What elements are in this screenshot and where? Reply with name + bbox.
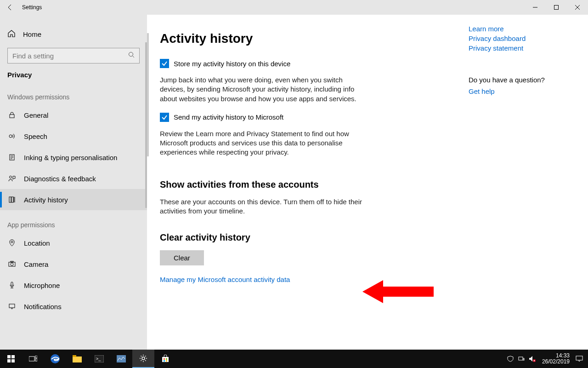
- taskbar-app-terminal[interactable]: >_: [88, 350, 110, 368]
- svg-rect-44: [523, 358, 524, 360]
- accounts-heading: Show activities from these accounts: [160, 179, 458, 190]
- sidebar-item-label: Location: [24, 239, 50, 247]
- titlebar: Settings: [0, 0, 588, 15]
- action-center-icon[interactable]: [575, 355, 583, 363]
- svg-marker-45: [529, 356, 532, 362]
- close-button[interactable]: [567, 0, 588, 15]
- search-input[interactable]: [7, 48, 140, 63]
- svg-rect-1: [554, 6, 559, 10]
- svg-rect-22: [9, 304, 15, 308]
- taskbar-app-explorer[interactable]: [66, 350, 88, 368]
- svg-point-17: [11, 241, 13, 243]
- svg-rect-27: [11, 359, 15, 362]
- microphone-icon: [7, 282, 17, 289]
- taskbar-clock[interactable]: 14:33 26/02/2019: [539, 353, 572, 365]
- history-icon: [7, 196, 17, 203]
- sidebar-home[interactable]: Home: [0, 24, 147, 44]
- location-icon: [7, 239, 17, 247]
- checkbox-send-history[interactable]: Send my activity history to Microsoft: [160, 113, 458, 122]
- taskbar: >_ 14:33 26/02/2019: [0, 350, 588, 368]
- tray-network-icon[interactable]: [517, 355, 526, 363]
- clipboard-icon: [7, 154, 17, 161]
- notifications-icon: [7, 303, 17, 310]
- svg-rect-14: [11, 197, 13, 202]
- lock-icon: [7, 111, 17, 119]
- svg-rect-40: [166, 358, 167, 360]
- home-icon: [7, 29, 16, 39]
- taskbar-app-edge[interactable]: [44, 350, 66, 368]
- svg-rect-13: [9, 197, 11, 202]
- start-button[interactable]: [0, 350, 22, 368]
- svg-rect-33: [73, 355, 76, 357]
- sidebar-item-label: Microphone: [24, 282, 60, 289]
- sidebar-item-activity-history[interactable]: Activity history: [0, 189, 147, 210]
- sidebar-item-label: Notifications: [24, 303, 62, 310]
- sidebar-item-label: Diagnostics & feedback: [24, 175, 96, 183]
- svg-marker-23: [362, 280, 434, 303]
- sidebar-item-speech[interactable]: Speech: [0, 126, 147, 147]
- checkbox-label: Send my activity history to Microsoft: [174, 113, 283, 121]
- paragraph-send: Review the Learn more and Privacy Statem…: [160, 129, 362, 157]
- tray-security-icon[interactable]: [506, 355, 514, 363]
- taskbar-app-settings[interactable]: [132, 350, 154, 368]
- link-privacy-dashboard[interactable]: Privacy dashboard: [469, 34, 577, 42]
- taskbar-app-store[interactable]: [154, 350, 176, 368]
- content-area: Activity history Store my activity histo…: [149, 15, 469, 350]
- sidebar-item-inking[interactable]: Inking & typing personalisation: [0, 147, 147, 168]
- sidebar-item-general[interactable]: General: [0, 104, 147, 126]
- clock-date: 26/02/2019: [542, 359, 570, 365]
- taskbar-app-monitor[interactable]: [110, 350, 132, 368]
- minimize-button[interactable]: [525, 0, 546, 15]
- task-view-button[interactable]: [22, 350, 44, 368]
- search-field[interactable]: [12, 52, 127, 60]
- svg-rect-20: [11, 261, 13, 262]
- svg-point-37: [142, 357, 145, 360]
- sidebar-item-label: Camera: [24, 260, 48, 268]
- svg-point-4: [129, 52, 133, 57]
- sidebar-item-label: Inking & typing personalisation: [24, 154, 117, 161]
- accounts-paragraph: These are your accounts on this device. …: [160, 197, 362, 216]
- svg-rect-43: [519, 357, 523, 360]
- sidebar-item-diagnostics[interactable]: Diagnostics & feedback: [0, 168, 147, 189]
- feedback-icon: [7, 175, 17, 182]
- sidebar-scrollbar[interactable]: [145, 42, 147, 208]
- svg-rect-36: [117, 355, 126, 362]
- annotation-arrow-icon: [362, 280, 436, 305]
- sidebar-item-notifications[interactable]: Notifications: [0, 296, 147, 317]
- svg-rect-6: [10, 115, 14, 118]
- svg-rect-28: [29, 356, 34, 361]
- svg-rect-39: [164, 358, 165, 360]
- sidebar-item-location[interactable]: Location: [0, 232, 147, 253]
- svg-rect-21: [11, 282, 13, 286]
- paragraph-store: Jump back into what you were doing, even…: [160, 75, 362, 104]
- link-learn-more[interactable]: Learn more: [469, 25, 577, 33]
- svg-rect-41: [164, 360, 165, 362]
- sidebar-category: Privacy: [0, 63, 147, 82]
- speech-icon: [7, 132, 17, 140]
- tray-volume-icon[interactable]: [528, 355, 537, 363]
- sidebar: Home Privacy Windows permissions General…: [0, 15, 147, 350]
- svg-text:>_: >_: [96, 356, 101, 361]
- sidebar-item-camera[interactable]: Camera: [0, 253, 147, 275]
- svg-point-19: [11, 263, 13, 266]
- maximize-button[interactable]: [546, 0, 567, 15]
- clear-button[interactable]: Clear: [160, 250, 204, 265]
- sidebar-group-app-permissions: App permissions: [0, 210, 147, 232]
- sidebar-group-windows-permissions: Windows permissions: [0, 82, 147, 104]
- sidebar-item-label: Speech: [24, 132, 47, 140]
- link-privacy-statement[interactable]: Privacy statement: [469, 44, 577, 52]
- sidebar-item-microphone[interactable]: Microphone: [0, 275, 147, 296]
- svg-rect-49: [576, 356, 582, 360]
- svg-point-12: [10, 176, 12, 178]
- back-button[interactable]: [0, 0, 20, 15]
- camera-icon: [7, 260, 17, 268]
- svg-rect-38: [162, 357, 169, 362]
- right-panel: Learn more Privacy dashboard Privacy sta…: [469, 15, 588, 350]
- svg-rect-30: [35, 359, 37, 361]
- svg-rect-26: [7, 359, 11, 362]
- link-get-help[interactable]: Get help: [469, 87, 577, 95]
- svg-rect-32: [73, 356, 82, 362]
- svg-rect-25: [11, 355, 15, 358]
- checkbox-store-history[interactable]: Store my activity history on this device: [160, 59, 458, 68]
- clear-heading: Clear activity history: [160, 232, 458, 243]
